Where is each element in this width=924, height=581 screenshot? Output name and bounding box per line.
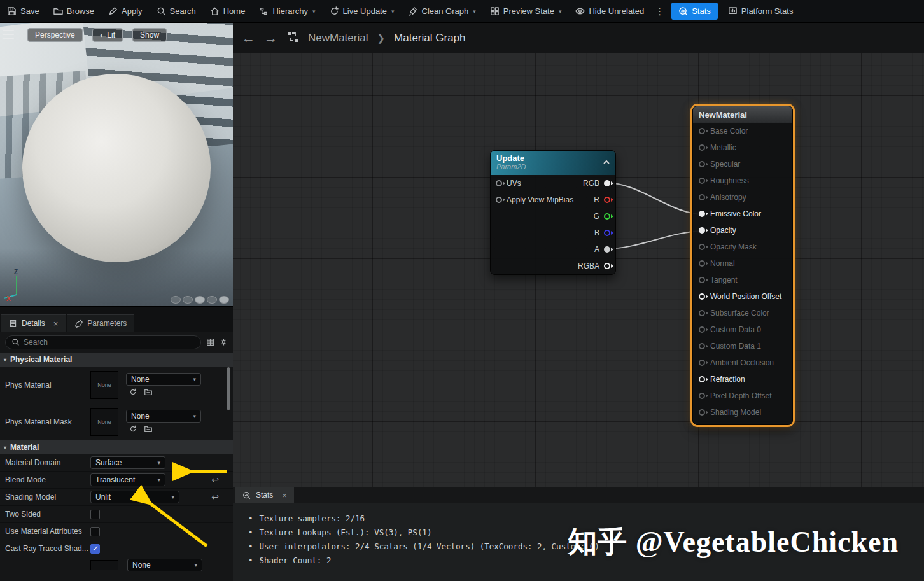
breadcrumb-material[interactable]: NewMaterial <box>308 32 368 45</box>
pin-uvs[interactable] <box>496 180 502 186</box>
section-material[interactable]: ▾ Material <box>0 440 233 454</box>
browse-button[interactable]: Browse <box>46 0 101 22</box>
use-material-attributes-label: Use Material Attributes <box>5 527 90 536</box>
pin-g[interactable] <box>604 213 610 220</box>
node-material-result[interactable]: NewMaterial Base Color Metallic Specular… <box>692 106 793 425</box>
close-icon[interactable]: × <box>282 491 287 500</box>
reset-to-default-icon[interactable]: ↩ <box>211 492 219 502</box>
partial-thumbnail[interactable] <box>90 560 118 570</box>
browse-asset-icon[interactable] <box>144 388 153 396</box>
phys-material-mask-dropdown[interactable]: None▾ <box>126 410 201 423</box>
phys-material-dropdown[interactable]: None▾ <box>126 373 201 386</box>
perspective-button[interactable]: Perspective <box>27 28 83 42</box>
pin-emissive-color[interactable] <box>699 211 705 217</box>
use-material-attributes-checkbox[interactable] <box>90 527 100 536</box>
pin-rgba[interactable] <box>604 263 610 269</box>
partial-dropdown[interactable]: None▾ <box>127 559 202 571</box>
more-options-icon[interactable]: ⋮ <box>651 6 668 17</box>
section-physical-material[interactable]: ▾ Physical Material <box>0 353 233 367</box>
browse-asset-icon[interactable] <box>144 424 153 433</box>
save-button[interactable]: Save <box>0 0 46 22</box>
pin-custom-data-0[interactable] <box>699 326 705 333</box>
pin-opacity-mask[interactable] <box>699 244 705 250</box>
material-node-header[interactable]: NewMaterial <box>693 106 792 123</box>
pin-anisotropy[interactable] <box>699 194 705 200</box>
phys-material-thumbnail[interactable]: None <box>90 371 118 399</box>
phys-material-mask-thumbnail[interactable]: None <box>90 408 118 436</box>
pin-ambient-occlusion[interactable] <box>699 360 705 366</box>
pin-world-position-offset[interactable] <box>699 293 705 300</box>
row-material-domain: Material Domain Surface▾ <box>0 454 233 472</box>
details-scrollbar[interactable] <box>227 367 230 410</box>
pin-metallic[interactable] <box>699 144 705 151</box>
blend-mode-dropdown[interactable]: Translucent▾ <box>90 473 165 486</box>
hierarchy-button[interactable]: Hierarchy ▾ <box>252 0 322 22</box>
chevron-down-icon: ▾ <box>559 8 562 15</box>
tab-stats[interactable]: Stats × <box>235 487 294 503</box>
gear-icon[interactable] <box>220 338 228 346</box>
preview-state-icon <box>490 6 500 16</box>
tab-details[interactable]: Details × <box>1 314 66 332</box>
lit-button[interactable]: ◐Lit <box>92 28 123 42</box>
update-node-subtitle: Param2D <box>496 163 610 171</box>
forward-icon[interactable]: → <box>264 31 277 45</box>
details-search-row <box>0 332 233 353</box>
breadcrumb-page[interactable]: Material Graph <box>394 32 465 45</box>
pin-custom-data-1[interactable] <box>699 343 705 349</box>
pin-pixel-depth-offset[interactable] <box>699 393 705 399</box>
chevron-down-icon: ▾ <box>473 8 476 15</box>
preview-viewport[interactable]: Perspective ◐Lit Show Z X <box>0 23 233 306</box>
apply-icon <box>108 6 118 16</box>
back-icon[interactable]: ← <box>242 31 255 45</box>
home-button[interactable]: Home <box>203 0 253 22</box>
node-texture-sample-update[interactable]: Update Param2D UVs RGB Apply View MipBia… <box>490 150 616 275</box>
pin-specular[interactable] <box>699 161 705 167</box>
clean-graph-button[interactable]: Clean Graph ▾ <box>402 0 483 22</box>
pin-normal[interactable] <box>699 260 705 267</box>
search-input[interactable] <box>24 338 195 347</box>
show-button[interactable]: Show <box>132 28 167 42</box>
tab-parameters[interactable]: Parameters <box>67 314 134 332</box>
chevron-down-icon: ▾ <box>193 376 196 382</box>
pin-rgb[interactable] <box>604 180 610 186</box>
pin-r[interactable] <box>604 197 610 203</box>
viewport-view-toggles[interactable] <box>171 296 229 304</box>
material-graph-canvas[interactable]: Update Param2D UVs RGB Apply View MipBia… <box>233 23 924 581</box>
reset-to-default-icon[interactable]: ↩ <box>211 475 219 485</box>
hide-unrelated-button[interactable]: Hide Unrelated <box>568 0 651 22</box>
view-options-icon[interactable] <box>206 338 214 346</box>
close-icon[interactable]: × <box>53 319 59 328</box>
chevron-down-icon: ▾ <box>157 477 160 483</box>
material-domain-dropdown[interactable]: Surface▾ <box>90 456 165 469</box>
pin-base-color[interactable] <box>699 128 705 134</box>
pin-shading-model[interactable] <box>699 409 705 416</box>
stats-button[interactable]: Stats <box>671 3 718 20</box>
use-selected-icon[interactable] <box>129 424 137 433</box>
live-update-button[interactable]: Live Update ▾ <box>323 0 402 22</box>
pin-refraction[interactable] <box>699 376 705 382</box>
pin-subsurface-color[interactable] <box>699 310 705 316</box>
update-node-header[interactable]: Update Param2D <box>491 151 615 175</box>
pin-opacity[interactable] <box>699 227 705 234</box>
pin-a[interactable] <box>604 246 610 253</box>
collapse-icon[interactable] <box>603 157 610 169</box>
apply-button[interactable]: Apply <box>101 0 150 22</box>
hide-unrelated-icon <box>575 6 585 16</box>
chevron-down-icon: ▾ <box>171 494 174 500</box>
pin-tangent[interactable] <box>699 277 705 283</box>
search-button[interactable]: Search <box>150 0 203 22</box>
chevron-down-icon: ▾ <box>194 562 197 568</box>
use-selected-icon[interactable] <box>129 388 137 396</box>
chevron-down-icon: ▾ <box>157 459 160 466</box>
pin-apply-view-mipbias[interactable] <box>496 197 502 203</box>
search-box[interactable] <box>5 335 201 349</box>
pin-b[interactable] <box>604 230 610 236</box>
axis-gizmo: Z X <box>3 268 41 301</box>
pin-roughness[interactable] <box>699 178 705 184</box>
cast-ray-traced-checkbox[interactable] <box>90 544 100 554</box>
two-sided-checkbox[interactable] <box>90 510 100 519</box>
preview-state-button[interactable]: Preview State ▾ <box>483 0 569 22</box>
viewport-menu-icon[interactable] <box>3 30 14 39</box>
shading-model-dropdown[interactable]: Unlit▾ <box>90 491 179 503</box>
platform-stats-button[interactable]: Platform Stats <box>721 0 801 22</box>
